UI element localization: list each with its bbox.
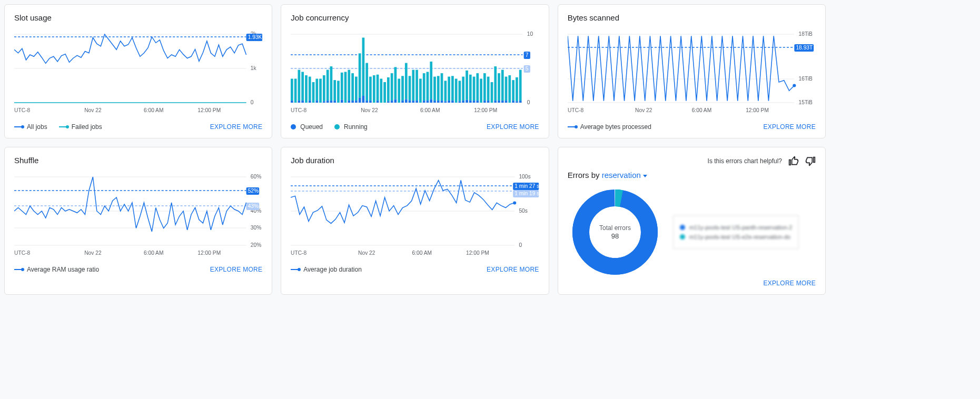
shuffle-chart[interactable]: 60% 40% 30% 20% 52% 43% UTC-8 Nov 22 6:0… [14, 169, 262, 258]
explore-more-link[interactable]: EXPLORE MORE [487, 266, 539, 273]
svg-rect-79 [394, 67, 397, 99]
svg-rect-107 [444, 81, 447, 101]
svg-text:60%: 60% [251, 174, 261, 179]
bytes-scanned-card: Bytes scanned 18TiB 16TiB 15TiB 18.93T U… [558, 4, 826, 138]
svg-rect-132 [487, 101, 490, 103]
card-title: Job duration [291, 156, 539, 165]
svg-rect-88 [409, 101, 411, 103]
svg-text:20%: 20% [251, 242, 261, 248]
svg-rect-76 [387, 101, 390, 103]
svg-rect-64 [366, 101, 369, 103]
slot-usage-chart[interactable]: 2k 1k 0 1.93K UTC-8 Nov 22 6:00 AM 12:00… [14, 26, 262, 116]
svg-rect-119 [466, 71, 469, 100]
svg-text:0: 0 [251, 99, 254, 105]
svg-rect-138 [498, 101, 500, 103]
svg-text:15TiB: 15TiB [798, 99, 813, 105]
svg-text:12:00 PM: 12:00 PM [746, 107, 769, 113]
svg-rect-106 [441, 101, 443, 103]
errors-donut[interactable]: Total errors 98 [568, 185, 662, 280]
svg-rect-136 [494, 101, 497, 103]
svg-rect-69 [377, 75, 379, 101]
svg-rect-145 [512, 80, 515, 101]
svg-rect-73 [384, 82, 387, 103]
svg-rect-42 [326, 101, 329, 103]
job-duration-card: Job duration 100s 50s 0 1 min 27 sec 1 m… [281, 147, 549, 295]
svg-rect-108 [444, 101, 447, 103]
svg-rect-143 [509, 75, 511, 103]
svg-rect-67 [373, 75, 375, 103]
svg-text:Nov 22: Nov 22 [84, 107, 102, 113]
job-concurrency-chart[interactable]: 10 5 0 7 5 UTC-8 Nov 22 6:00 AM 12:00 PM [291, 26, 539, 116]
svg-rect-85 [405, 63, 408, 99]
svg-rect-123 [473, 77, 476, 101]
svg-point-199 [513, 201, 516, 204]
legend-avg-duration[interactable]: Average job duration [291, 266, 362, 273]
svg-rect-101 [433, 77, 436, 101]
svg-rect-49 [341, 73, 343, 100]
svg-rect-93 [419, 79, 422, 103]
svg-rect-98 [427, 101, 429, 103]
legend-running[interactable]: Running [334, 123, 368, 131]
svg-text:UTC-8: UTC-8 [291, 107, 307, 113]
legend-ram-ratio[interactable]: Average RAM usage ratio [14, 266, 99, 273]
slot-usage-legend: All jobs Failed jobs EXPLORE MORE [14, 123, 262, 131]
svg-rect-126 [477, 101, 479, 103]
legend-avg-bytes[interactable]: Average bytes processed [568, 123, 651, 131]
svg-text:6:00 AM: 6:00 AM [691, 107, 711, 113]
svg-text:Nov 22: Nov 22 [361, 107, 379, 113]
svg-rect-141 [505, 77, 508, 101]
svg-rect-44 [330, 101, 333, 103]
svg-rect-130 [483, 101, 486, 103]
svg-rect-33 [312, 82, 315, 103]
svg-rect-83 [401, 76, 404, 101]
reservation-dropdown[interactable]: reservation [602, 171, 647, 179]
svg-rect-150 [519, 101, 522, 103]
svg-rect-36 [316, 101, 319, 103]
slot-usage-card: Slot usage 2k 1k 0 1.93K UTC-8 Nov 22 6:… [4, 4, 272, 138]
legend-failed-jobs[interactable]: Failed jobs [59, 123, 102, 131]
svg-rect-43 [330, 66, 333, 101]
explore-more-link[interactable]: EXPLORE MORE [210, 123, 263, 131]
svg-rect-110 [448, 101, 451, 103]
svg-rect-50 [341, 100, 343, 103]
explore-more-link[interactable]: EXPLORE MORE [210, 266, 263, 273]
svg-rect-77 [391, 73, 393, 101]
svg-rect-102 [433, 101, 436, 103]
feedback-text: Is this errors chart helpful? [708, 157, 782, 165]
svg-rect-21 [291, 79, 293, 101]
bytes-scanned-chart[interactable]: 18TiB 16TiB 15TiB 18.93T UTC-8 Nov 22 6:… [568, 26, 816, 116]
svg-rect-148 [516, 101, 518, 103]
svg-rect-31 [309, 77, 311, 101]
thumb-down-icon[interactable] [805, 156, 816, 166]
svg-rect-100 [430, 99, 433, 103]
card-title: Bytes scanned [568, 13, 816, 22]
svg-rect-147 [516, 77, 518, 102]
svg-text:UTC-8: UTC-8 [291, 250, 307, 256]
svg-rect-125 [477, 73, 479, 101]
svg-rect-58 [355, 101, 358, 103]
svg-rect-149 [519, 70, 522, 101]
legend-queued[interactable]: Queued [291, 123, 323, 131]
explore-more-link[interactable]: EXPLORE MORE [763, 280, 816, 287]
svg-rect-25 [298, 70, 301, 101]
explore-more-link[interactable]: EXPLORE MORE [487, 123, 539, 131]
svg-text:52%: 52% [248, 188, 259, 194]
svg-text:98: 98 [611, 232, 618, 240]
svg-rect-78 [391, 101, 393, 103]
svg-rect-70 [377, 101, 379, 103]
thumb-up-icon[interactable] [788, 156, 799, 166]
svg-rect-113 [455, 79, 458, 103]
duration-legend: Average job duration EXPLORE MORE [291, 266, 539, 273]
job-duration-chart[interactable]: 100s 50s 0 1 min 27 sec 1 min 19 sec UTC… [291, 169, 539, 258]
svg-point-166 [793, 84, 796, 87]
svg-text:18TiB: 18TiB [798, 31, 813, 37]
svg-rect-45 [334, 80, 336, 101]
svg-rect-137 [498, 73, 500, 101]
explore-more-link[interactable]: EXPLORE MORE [763, 123, 816, 131]
legend-all-jobs[interactable]: All jobs [14, 123, 47, 131]
svg-rect-89 [412, 70, 415, 101]
svg-rect-63 [366, 63, 369, 101]
errors-card: Is this errors chart helpful? Errors by … [558, 147, 826, 295]
svg-rect-28 [302, 101, 304, 103]
svg-rect-118 [462, 101, 465, 103]
